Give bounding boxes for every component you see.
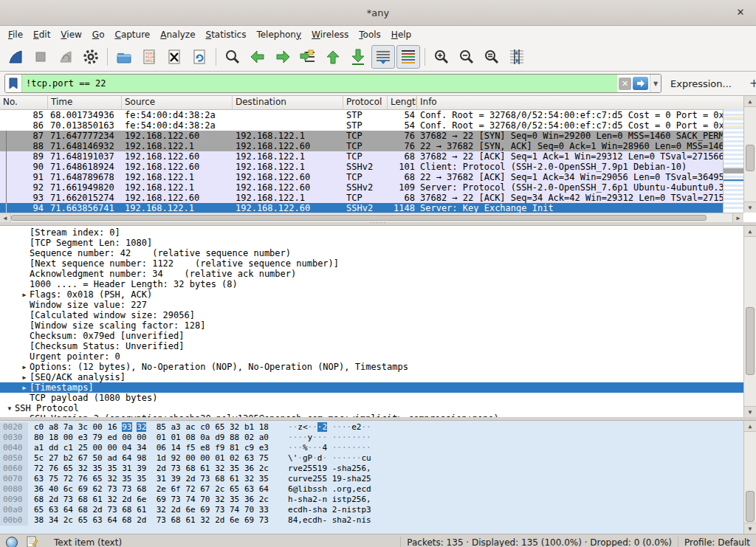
column-header-destination[interactable]: Destination (233, 96, 343, 109)
capture-options-button[interactable] (79, 45, 103, 69)
packet-list-vscrollbar[interactable]: ▲ ▼ (743, 96, 756, 213)
expander-icon[interactable]: ▶ (19, 372, 30, 382)
detail-line[interactable]: ▶[Timestamps] (0, 382, 743, 393)
filter-history-dropdown[interactable]: ▼ (650, 75, 661, 92)
resize-columns-button[interactable] (505, 45, 529, 69)
menu-edit[interactable]: Edit (28, 28, 55, 41)
expression-button[interactable]: Expression... (670, 78, 732, 89)
open-file-button[interactable] (112, 45, 136, 69)
detail-line[interactable]: [Calculated window size: 29056] (0, 310, 743, 320)
close-file-button[interactable] (162, 45, 186, 69)
menu-tools[interactable]: Tools (354, 28, 386, 41)
column-header-time[interactable]: Time (48, 96, 122, 109)
details-vscrollbar[interactable]: ▲ ▼ (743, 226, 756, 417)
detail-line[interactable]: [Stream index: 0] (0, 227, 743, 238)
hex-row-0070[interactable]: 007063 75 72 76 65 32 35 35 31 39 2d 73 … (0, 474, 743, 484)
hex-row-0080[interactable]: 008036 40 6c 69 62 73 73 68 2e 6f 72 67 … (0, 484, 743, 495)
packet-row-93[interactable]: 9371.662015274192.168.122.60192.168.122.… (0, 193, 723, 203)
packet-row-86[interactable]: 8670.013850163fe:54:00:d4:38:2aSTP54Conf… (0, 120, 723, 131)
scroll-left-icon[interactable]: ◀ (0, 213, 11, 222)
scroll-up-icon[interactable]: ▲ (744, 96, 756, 107)
packet-row-90[interactable]: 9071.648618924192.168.122.60192.168.122.… (0, 162, 723, 172)
go-first-button[interactable] (321, 45, 345, 69)
find-packet-button[interactable] (221, 45, 244, 69)
start-capture-button[interactable] (4, 45, 27, 69)
scroll-thumb[interactable] (746, 491, 755, 522)
column-header-length[interactable]: Length (388, 96, 417, 109)
packet-row-91[interactable]: 9171.648789678192.168.122.1192.168.122.6… (0, 172, 723, 182)
zoom-in-button[interactable] (430, 45, 453, 69)
detail-line[interactable]: [Next sequence number: 1122 (relative se… (0, 258, 743, 269)
hex-row-0050[interactable]: 00505c 27 b2 67 50 ad 64 98 1d 92 00 00 … (0, 453, 743, 464)
expander-icon[interactable]: ▼ (4, 403, 15, 413)
detail-line[interactable]: TCP payload (1080 bytes) (0, 393, 743, 403)
go-to-packet-button[interactable] (296, 45, 320, 69)
save-file-button[interactable]: 010101100011 (137, 45, 161, 69)
packet-row-87[interactable]: 8771.647777234192.168.122.60192.168.122.… (0, 131, 723, 141)
scroll-down-icon[interactable]: ▼ (744, 406, 756, 417)
menu-telephony[interactable]: Telephony (251, 28, 306, 41)
packet-row-85[interactable]: 8568.001734936fe:54:00:d4:38:2aSTP54Conf… (0, 110, 723, 120)
display-filter-input[interactable] (22, 75, 617, 92)
hex-row-0060[interactable]: 006072 76 65 32 35 35 31 39 2d 73 68 61 … (0, 464, 743, 474)
hex-row-0090[interactable]: 009068 2d 73 68 61 32 2d 6e 69 73 74 70 … (0, 495, 743, 505)
column-header-source[interactable]: Source (122, 96, 233, 109)
detail-line[interactable]: ▼SSH Protocol (0, 403, 743, 413)
scroll-thumb[interactable] (746, 307, 755, 375)
reload-file-button[interactable] (188, 45, 211, 69)
hex-row-00b0[interactable]: 00b038 34 2c 65 63 64 68 2d 73 68 61 32 … (0, 515, 743, 526)
close-icon[interactable]: ✕ (734, 6, 747, 19)
menu-view[interactable]: View (55, 28, 86, 41)
detail-line[interactable]: ▶[SEQ/ACK analysis] (0, 372, 743, 382)
menu-help[interactable]: Help (386, 28, 416, 41)
capture-comment-icon[interactable] (27, 536, 38, 547)
go-back-button[interactable] (246, 45, 269, 69)
packet-row-92[interactable]: 9271.661949820192.168.122.1192.168.122.6… (0, 182, 723, 193)
detail-line[interactable]: Acknowledgment number: 34 (relative ack … (0, 269, 743, 279)
detail-line[interactable]: [Checksum Status: Unverified] (0, 341, 743, 351)
scroll-down-icon[interactable]: ▼ (744, 523, 756, 534)
packet-row-89[interactable]: 8971.648191037192.168.122.60192.168.122.… (0, 151, 723, 162)
add-filter-button[interactable]: + (745, 77, 756, 90)
scroll-up-icon[interactable]: ▲ (744, 226, 756, 237)
scroll-right-icon[interactable]: ▶ (732, 213, 743, 222)
detail-line[interactable]: [TCP Segment Len: 1080] (0, 238, 743, 248)
hex-row-0040[interactable]: 0040a1 dd c1 25 00 00 04 34 06 14 f5 e8 … (0, 443, 743, 453)
profile-label[interactable]: Profile: Default (684, 537, 750, 547)
packet-row-94[interactable]: 9471.663856741192.168.122.1192.168.122.6… (0, 203, 723, 213)
hex-vscrollbar[interactable]: ▲ ▼ (743, 421, 756, 534)
scroll-down-icon[interactable]: ▼ (744, 202, 756, 213)
menu-go[interactable]: Go (87, 28, 110, 41)
detail-line[interactable]: Urgent pointer: 0 (0, 351, 743, 362)
colorize-toggle[interactable] (396, 45, 420, 69)
expander-icon[interactable]: ▶ (19, 382, 30, 393)
column-header-no[interactable]: No. (0, 96, 48, 109)
column-header-info[interactable]: Info (417, 96, 743, 109)
go-forward-button[interactable] (271, 45, 295, 69)
expert-info-icon[interactable] (6, 537, 18, 547)
detail-line[interactable]: Sequence number: 42 (relative sequence n… (0, 248, 743, 258)
auto-scroll-toggle[interactable] (371, 45, 395, 69)
packet-row-88[interactable]: 8871.648146932192.168.122.1192.168.122.6… (0, 141, 723, 151)
zoom-out-button[interactable] (455, 45, 478, 69)
menu-capture[interactable]: Capture (109, 28, 155, 41)
zoom-reset-button[interactable] (480, 45, 504, 69)
menu-analyze[interactable]: Analyze (155, 28, 200, 41)
filter-bookmark-button[interactable] (5, 75, 22, 92)
hex-row-0030[interactable]: 003080 18 00 e3 79 ed 00 00 01 01 08 0a … (0, 433, 743, 443)
detail-line[interactable]: Window size value: 227 (0, 300, 743, 310)
hex-row-0020[interactable]: 0020c0 a8 7a 3c 00 16 93 32 85 a3 ac c0 … (0, 422, 743, 433)
scroll-up-icon[interactable]: ▲ (744, 421, 756, 432)
scroll-thumb[interactable] (11, 215, 707, 221)
filter-apply-button[interactable] (633, 77, 648, 90)
detail-line[interactable]: ▶Options: (12 bytes), No-Operation (NOP)… (0, 362, 743, 372)
stop-capture-button[interactable] (29, 45, 52, 69)
scroll-thumb[interactable] (746, 145, 755, 171)
detail-line[interactable]: [Window size scaling factor: 128] (0, 320, 743, 331)
detail-line[interactable]: Checksum: 0x79ed [unverified] (0, 331, 743, 341)
expander-icon[interactable]: ▶ (19, 362, 30, 372)
menu-file[interactable]: File (3, 28, 28, 41)
filter-clear-icon[interactable]: ✕ (619, 78, 631, 90)
menu-statistics[interactable]: Statistics (201, 28, 252, 41)
detail-line[interactable]: ▶Flags: 0x018 (PSH, ACK) (0, 289, 743, 300)
